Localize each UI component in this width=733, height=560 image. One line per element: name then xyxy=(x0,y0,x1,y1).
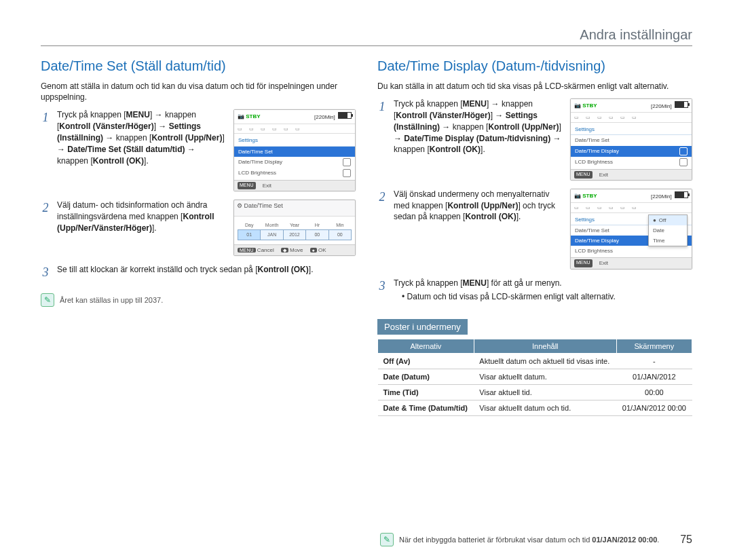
left-heading: Date/Time Set (Ställ datum/tid) xyxy=(41,58,356,74)
lcd-menu-item: Date/Time Display xyxy=(571,146,692,157)
table-row: Time (Tid) Visar aktuell tid. 00:00 xyxy=(378,385,692,400)
step-text: Välj datum- och tidsinformation och ändr… xyxy=(57,200,227,234)
lcd-icon-row: ▭ ▭ ▭ ▭ ▭ ▭ xyxy=(571,203,692,213)
manual-page: Andra inställningar Date/Time Set (Ställ… xyxy=(0,0,733,560)
option-icon xyxy=(343,158,351,166)
footnote: När det inbyggda batteriet är förbrukat … xyxy=(399,536,659,544)
t: Kontroll (Upp/Ner) xyxy=(447,201,518,210)
t: MENU xyxy=(463,278,487,288)
t: Exit xyxy=(599,171,608,179)
popup-item: Date xyxy=(649,225,687,236)
two-column-layout: Date/Time Set (Ställ datum/tid) Genom at… xyxy=(41,58,692,416)
step-number: 2 xyxy=(41,200,50,217)
t: Kontroll (OK) xyxy=(430,145,481,154)
t: ] för att gå ur menyn. xyxy=(487,278,562,288)
t: Visar aktuell tid. xyxy=(474,385,616,400)
t: . xyxy=(657,536,659,544)
t: Move xyxy=(290,247,303,253)
t: - xyxy=(616,354,692,369)
t: Kontroll (Upp/Ner) xyxy=(488,122,559,132)
lcd-menu-item: LCD Brightness xyxy=(234,168,355,179)
t: Tryck på knappen [ xyxy=(57,110,126,119)
lcd-title: Date/Time Set xyxy=(244,202,283,209)
k: ● xyxy=(310,248,317,253)
note-icon: ✎ xyxy=(41,293,54,307)
battery-icon xyxy=(675,191,688,198)
t: 01/JAN/2012 00:00 xyxy=(592,536,657,544)
t: Date/Time Set xyxy=(238,148,273,155)
t: Kontroll (Vänster/Höger) xyxy=(59,122,153,131)
t: Kontroll (Upp/Ner) xyxy=(151,133,222,143)
t: ]. xyxy=(144,156,149,166)
lcd-datetime-set: ⚙ Date/Time Set Day Month Year Hr xyxy=(233,200,356,256)
step-number: 1 xyxy=(41,109,50,126)
t: Date/Time Set xyxy=(575,136,609,144)
t: Date/Time Display xyxy=(238,158,282,166)
month-field: JAN xyxy=(261,230,283,240)
step-text: Se till att klockan är korrekt inställd … xyxy=(57,264,356,276)
stby-label: STBY xyxy=(582,193,597,199)
th-alternative: Alternativ xyxy=(378,339,474,354)
lcd-icon-row: ▭ ▭ ▭ ▭ ▭ ▭ xyxy=(234,124,355,134)
t: ]. xyxy=(309,265,314,274)
t: Date xyxy=(653,227,664,234)
menu-key: MENU xyxy=(574,259,593,267)
lcd-menu-item: LCD Brightness xyxy=(571,157,692,168)
left-note: ✎ Året kan ställas in upp till 2037. xyxy=(41,293,356,307)
t: Off (Av) xyxy=(378,354,474,369)
options-table: Alternativ Innehåll Skärmmeny Off (Av) A… xyxy=(377,339,692,416)
t: Day xyxy=(238,221,261,230)
right-column: Date/Time Display (Datum-/tidvisning) Du… xyxy=(377,58,692,416)
lcd-menu-item: LCD Brightness xyxy=(571,246,692,256)
t: ]. xyxy=(152,223,157,233)
right-steps: 1 Tryck på knappen [MENU] → knappen [Kon… xyxy=(377,98,692,303)
t: Date & Time (Datum/tid) xyxy=(378,400,474,416)
lcd-settings-popup: 📷 STBY [220Min] ▭ ▭ ▭ ▭ ▭ ▭ Settings Dat… xyxy=(570,189,692,269)
stby-label: STBY xyxy=(582,102,597,109)
t: Kontroll (OK) xyxy=(257,265,308,274)
t: Month xyxy=(261,221,283,230)
t: 01/JAN/2012 00:00 xyxy=(616,400,692,416)
bullet-note: • Datum och tid visas på LCD-skärmen enl… xyxy=(402,291,692,303)
min-field: 00 xyxy=(328,230,351,240)
t: Time xyxy=(653,237,664,244)
t: ]. xyxy=(516,212,521,221)
hour-field: 00 xyxy=(306,230,328,240)
t: Hr xyxy=(306,221,328,230)
t: Kontroll (Vänster/Höger) xyxy=(396,111,490,120)
year-field: 2012 xyxy=(283,230,305,240)
t: Date (Datum) xyxy=(378,369,474,385)
battery-icon xyxy=(675,101,688,108)
popup-item: Time xyxy=(649,236,687,246)
table-row: Date (Datum) Visar aktuellt datum. 01/JA… xyxy=(378,369,692,385)
t: 01/JAN/2012 xyxy=(616,369,692,385)
lcd-menu-item: Date/Time Set xyxy=(571,135,692,145)
t: ] → xyxy=(154,122,169,131)
note-icon: ✎ xyxy=(380,533,394,546)
t: Kontroll (OK) xyxy=(465,212,516,221)
t: Visar aktuellt datum. xyxy=(474,369,616,385)
page-header: Andra inställningar xyxy=(41,27,692,46)
k: ◆ xyxy=(281,248,288,253)
t: Tryck på knappen [ xyxy=(394,99,463,109)
t: Kontroll (OK) xyxy=(93,156,144,166)
option-icon xyxy=(343,169,351,177)
left-steps: 1 Tryck på knappen [MENU] → knappen [Kon… xyxy=(41,109,356,281)
lcd-settings-menu: 📷 STBY [220Min] ▭ ▭ ▭ ▭ ▭ ▭ Settings Dat… xyxy=(233,109,356,191)
t: Aktuellt datum och aktuell tid visas int… xyxy=(474,354,616,369)
t: OK xyxy=(318,247,326,253)
step-number: 3 xyxy=(377,278,387,295)
step-number: 2 xyxy=(377,189,387,206)
t: LCD Brightness xyxy=(575,158,613,166)
t: Datum och tid visas på LCD-skärmen enlig… xyxy=(407,292,616,301)
step-text: Tryck på knappen [MENU] → knappen [Kontr… xyxy=(57,109,227,166)
day-field: 01 xyxy=(238,230,261,240)
option-icon xyxy=(679,158,688,166)
popup-item: ● Off xyxy=(649,215,687,225)
t: ]. xyxy=(481,145,485,154)
th-screenmenu: Skärmmeny xyxy=(616,339,692,354)
lcd-settings-menu: 📷 STBY [220Min] ▭ ▭ ▭ ▭ ▭ ▭ Settings Dat… xyxy=(570,98,692,181)
t: Date/Time Display (Datum-/tidvisning) xyxy=(404,134,550,143)
t: Tryck på knappen [ xyxy=(394,278,463,288)
step-text: Tryck på knappen [MENU] → knappen [Kontr… xyxy=(394,98,563,155)
